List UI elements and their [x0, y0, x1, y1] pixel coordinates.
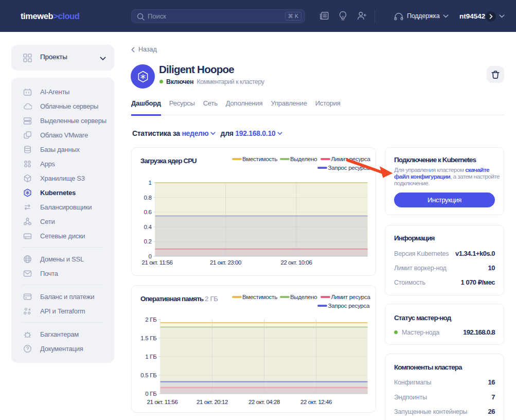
svg-text:22 окт. 04:28: 22 окт. 04:28: [248, 399, 280, 405]
svg-text:21 окт. 11:56: 21 окт. 11:56: [147, 399, 178, 405]
svg-text:21 окт. 23:00: 21 окт. 23:00: [210, 259, 241, 266]
svg-text:22 окт. 10:06: 22 окт. 10:06: [281, 259, 312, 266]
svg-text:21 окт. 11:56: 21 окт. 11:56: [142, 259, 173, 266]
svg-text:22 окт. 12:46: 22 окт. 12:46: [300, 399, 332, 405]
svg-text:0.2: 0.2: [144, 238, 151, 244]
svg-text:0 ГБ: 0 ГБ: [145, 391, 156, 397]
svg-text:Оперативная память 2 ГБ: Оперативная память 2 ГБ: [140, 295, 218, 303]
svg-text:1.5 ГБ: 1.5 ГБ: [140, 335, 156, 341]
svg-text:0: 0: [148, 253, 151, 259]
svg-text:Загрузка ядер CPU: Загрузка ядер CPU: [140, 157, 197, 165]
svg-text:1 ГБ: 1 ГБ: [145, 354, 156, 360]
svg-text:2 ГБ: 2 ГБ: [145, 317, 156, 323]
svg-text:0.4: 0.4: [144, 224, 152, 230]
svg-text:21 окт. 20:12: 21 окт. 20:12: [197, 399, 228, 405]
svg-text:0.5 ГБ: 0.5 ГБ: [140, 372, 156, 378]
svg-text:0.8: 0.8: [144, 195, 151, 201]
svg-text:1: 1: [148, 180, 151, 186]
svg-text:0.6: 0.6: [144, 209, 151, 215]
